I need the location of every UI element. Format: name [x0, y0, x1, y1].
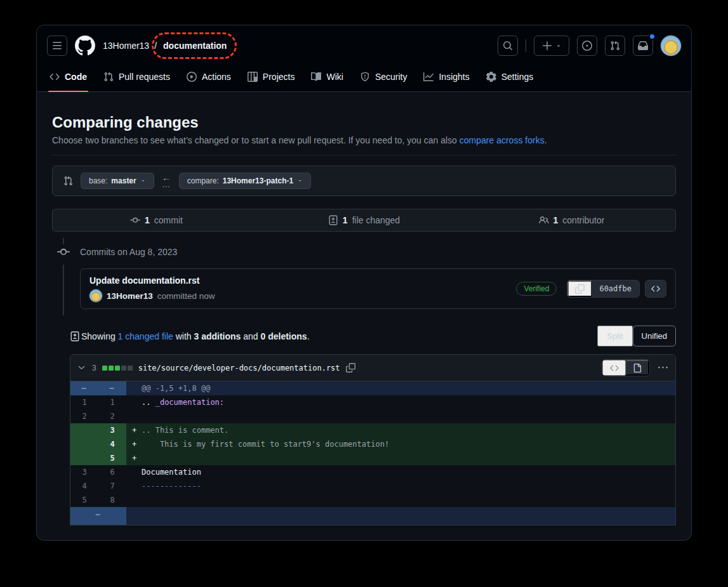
tab-security[interactable]: Security [354, 62, 414, 91]
compare-value: 13Homer13-patch-1 [223, 176, 293, 185]
dropdown-caret-icon [297, 176, 303, 185]
issue-opened-icon [582, 41, 592, 51]
diff-line-addition[interactable]: 5 + [70, 451, 675, 465]
line-sign: + [126, 451, 142, 465]
split-view-button[interactable]: Split [597, 326, 632, 346]
summary-mid: with [173, 331, 194, 341]
user-avatar[interactable] [661, 36, 681, 56]
breadcrumb-owner[interactable]: 13Homer13 [103, 41, 149, 51]
contributors-label: contributor [562, 215, 604, 225]
compare-branch-button[interactable]: compare: 13Homer13-patch-1 [179, 173, 311, 189]
tab-wiki[interactable]: Wiki [305, 62, 349, 91]
graph-icon [423, 72, 433, 82]
github-window: 13Homer13 / documentation [37, 25, 691, 540]
copy-path-button[interactable] [346, 363, 355, 373]
tab-projects[interactable]: Projects [241, 62, 301, 91]
diff-file-card: 3 site/source/developer-docs/documentati… [70, 354, 676, 525]
base-label: base: [89, 176, 107, 185]
tab-code[interactable]: Code [43, 62, 93, 91]
old-line-number: 1 [70, 395, 98, 409]
browse-repo-button[interactable] [645, 280, 666, 298]
tab-actions[interactable]: Actions [180, 62, 237, 91]
commit-title-link[interactable]: Update documentation.rst [89, 275, 516, 286]
line-sign: + [126, 423, 142, 437]
commit-info: Update documentation.rst 13Homer13 commi… [89, 275, 516, 302]
tab-label: Security [375, 72, 407, 82]
compare-arrow-icon: ← … [162, 174, 171, 188]
three-bars-icon [52, 41, 62, 51]
summary-conj: and [241, 331, 260, 341]
diff-line-context[interactable]: 36 Documentation [70, 465, 675, 479]
unified-view-button[interactable]: Unified [633, 326, 676, 346]
verified-badge[interactable]: Verified [516, 282, 557, 296]
breadcrumb-repo-label[interactable]: documentation [163, 41, 227, 51]
dropdown-caret-icon [555, 41, 562, 51]
code-icon [651, 284, 660, 293]
github-logo-icon[interactable] [75, 36, 95, 56]
file-path[interactable]: site/source/developer-docs/documentation… [138, 364, 340, 373]
commits-label: commit [154, 215, 183, 225]
files-changed-stat[interactable]: 1 file changed [260, 215, 468, 225]
base-branch-button[interactable]: base: master [81, 173, 154, 189]
diff-square-neutral [128, 366, 133, 371]
old-line-number: 2 [70, 409, 98, 423]
breadcrumb-repo[interactable]: documentation [162, 41, 228, 51]
diff-line-addition[interactable]: 3 +.. This is comment. [70, 423, 675, 437]
branch-range-bar: base: master ← … compare: 13Homer13-patc… [52, 166, 676, 196]
chevron-down-icon [77, 363, 86, 373]
commit-author-avatar[interactable] [89, 289, 102, 302]
tab-label: Actions [202, 72, 231, 82]
create-new-button[interactable] [534, 36, 569, 56]
rich-diff-button[interactable] [626, 360, 649, 376]
hamburger-menu-button[interactable] [47, 36, 67, 56]
file-diff-icon [328, 215, 338, 225]
commits-date-heading: Commits on Aug 8, 2023 [80, 244, 676, 260]
line-sign [126, 409, 142, 423]
file-options-button[interactable] [658, 363, 668, 373]
inbox-icon [638, 41, 648, 51]
code-token: .. This is comment. [142, 423, 228, 437]
compare-across-forks-link[interactable]: compare across forks [460, 135, 545, 145]
commit-sha-link[interactable]: 60adfbe [592, 280, 639, 297]
page-title: Comparing changes [52, 114, 676, 131]
source-view-button[interactable] [602, 360, 626, 376]
collapse-file-button[interactable] [77, 363, 86, 373]
expand-hunk-button[interactable]: ⋯ [98, 381, 126, 395]
new-line-number: 8 [98, 493, 126, 507]
diff-line-addition[interactable]: 4 + This is my first commit to start9's … [70, 437, 675, 451]
diff-summary-text: Showing 1 changed file with 3 additions … [70, 331, 310, 341]
old-line-number [70, 451, 98, 465]
diff-line-context[interactable]: 58 [70, 493, 675, 507]
copy-icon [575, 284, 585, 294]
changed-file-link[interactable]: 1 changed file [118, 331, 173, 341]
old-line-number [70, 423, 98, 437]
contributors-stat[interactable]: 1 contributor [468, 215, 675, 225]
copy-sha-button[interactable] [567, 280, 592, 297]
diff-square-added [109, 366, 114, 371]
line-sign: + [126, 437, 142, 451]
summary-period: . [307, 331, 310, 341]
arrow-dots-glyph: … [162, 181, 171, 188]
diff-line-context[interactable]: 47 ------------- [70, 479, 675, 493]
tab-insights[interactable]: Insights [417, 62, 475, 91]
diff-view-toggle: Split Unified [597, 326, 676, 346]
search-button[interactable] [498, 36, 518, 56]
line-sign [126, 479, 142, 493]
breadcrumb-separator: / [154, 41, 157, 51]
compare-label: compare: [187, 176, 219, 185]
search-icon [503, 41, 513, 51]
commit-author-link[interactable]: 13Homer13 [107, 291, 153, 301]
expand-down-button[interactable]: ⋯ [70, 507, 126, 525]
pull-requests-button[interactable] [605, 36, 625, 56]
commits-stat[interactable]: 1 commit [53, 215, 260, 225]
expand-hunk-button[interactable]: ⋯ [70, 381, 98, 395]
diff-line-context[interactable]: 11 .. _documentation: [70, 395, 675, 409]
notification-dot [649, 33, 656, 40]
top-bar: 13Homer13 / documentation [37, 25, 691, 62]
diff-line-context[interactable]: 22 [70, 409, 675, 423]
diff-square-added [102, 366, 107, 371]
git-pull-request-icon [610, 41, 620, 51]
issues-button[interactable] [577, 36, 597, 56]
tab-settings[interactable]: Settings [480, 62, 540, 91]
tab-pull-requests[interactable]: Pull requests [97, 62, 176, 91]
